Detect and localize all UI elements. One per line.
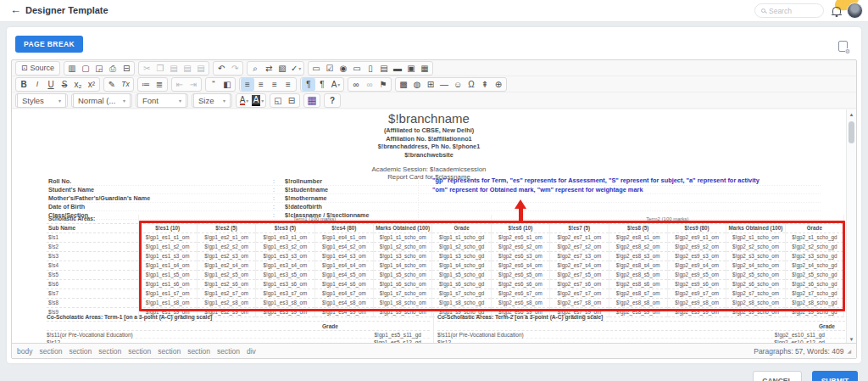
font-dropdown[interactable]: Font▾ bbox=[137, 93, 186, 108]
size-dropdown[interactable]: Size▾ bbox=[193, 93, 231, 108]
replace-icon[interactable]: ⇄ bbox=[262, 62, 275, 75]
subscript-icon[interactable]: x₂ bbox=[71, 78, 85, 91]
field-colon: : bbox=[273, 195, 285, 201]
numbered-list-icon[interactable]: ≔ bbox=[139, 78, 153, 91]
ltr-icon[interactable]: ¶ bbox=[302, 78, 315, 91]
path-element-section[interactable]: section bbox=[69, 347, 92, 356]
align-center-icon[interactable]: ≡ bbox=[254, 78, 268, 91]
branch-detail-line: (Affiliated to CBSE, New Delhi) bbox=[12, 126, 846, 135]
link-icon[interactable]: ∞ bbox=[349, 78, 363, 91]
image-icon[interactable]: ▩ bbox=[397, 78, 410, 91]
submit-button[interactable]: SUBMIT bbox=[812, 371, 858, 381]
horizontal-rule-icon[interactable]: ― bbox=[437, 78, 451, 91]
document-settings-icon[interactable] bbox=[838, 41, 848, 52]
show-blocks-icon[interactable]: ⊟ bbox=[285, 94, 298, 107]
search-input[interactable]: Search bbox=[754, 3, 824, 18]
format-dropdown[interactable]: Normal (...▾ bbox=[73, 93, 131, 108]
underline-icon[interactable]: U bbox=[44, 78, 58, 91]
table-icon[interactable]: ⊞ bbox=[424, 78, 437, 91]
remove-format-icon[interactable]: Tx bbox=[119, 78, 132, 91]
align-right-icon[interactable]: ≡ bbox=[268, 78, 281, 91]
page-break-icon[interactable]: ⇞ bbox=[478, 78, 492, 91]
path-element-body[interactable]: body bbox=[17, 347, 32, 356]
bg-color-button[interactable]: A bbox=[251, 94, 264, 107]
bold-icon[interactable]: B bbox=[17, 78, 31, 91]
select-all-icon[interactable]: ▧ bbox=[275, 62, 289, 75]
resize-grip-icon[interactable]: ◢ bbox=[847, 348, 851, 354]
superscript-icon[interactable]: x² bbox=[85, 78, 98, 91]
undo-icon[interactable]: ↶ bbox=[214, 62, 228, 75]
vertical-scrollbar[interactable]: ▲ ▼ bbox=[846, 109, 856, 345]
toolbar-group: BIUSx₂x² bbox=[15, 77, 100, 92]
templates-icon[interactable]: ⊟ bbox=[120, 62, 133, 75]
paste-from-word-icon[interactable]: ▤ bbox=[194, 62, 208, 75]
rtl-icon[interactable]: ¶ bbox=[315, 78, 329, 91]
italic-icon[interactable]: I bbox=[31, 78, 44, 91]
checkbox-icon[interactable]: ☑ bbox=[323, 62, 337, 75]
user-avatar[interactable] bbox=[847, 3, 863, 19]
notification-bell-icon[interactable] bbox=[832, 7, 841, 14]
path-element-div[interactable]: div bbox=[247, 347, 256, 356]
text-color-button[interactable]: A bbox=[237, 94, 251, 107]
save-icon[interactable]: ▥ bbox=[65, 62, 79, 75]
cut-icon[interactable]: ✂ bbox=[140, 62, 153, 75]
page-break-button[interactable]: PAGE BREAK bbox=[15, 36, 83, 53]
scrollbar-thumb[interactable] bbox=[849, 121, 854, 143]
spellcheck-icon[interactable]: ✓ bbox=[289, 62, 303, 75]
smiley-icon[interactable]: ☺ bbox=[451, 78, 465, 91]
paste-text-icon[interactable]: ▤ bbox=[181, 62, 194, 75]
insert-grid-icon[interactable]: ▦ bbox=[305, 94, 319, 107]
path-element-section[interactable]: section bbox=[158, 347, 181, 356]
button-icon[interactable]: ▬ bbox=[391, 62, 404, 75]
text-field-icon[interactable]: ▭ bbox=[350, 62, 364, 75]
column-header: Sub Name bbox=[47, 224, 138, 233]
back-arrow-icon[interactable]: ← bbox=[10, 3, 21, 16]
styles-dropdown[interactable]: Styles▾ bbox=[17, 93, 66, 108]
image-button-icon[interactable]: ▣ bbox=[404, 62, 418, 75]
toolbar-group: ↶↷ bbox=[213, 61, 243, 76]
bulleted-list-icon[interactable]: ≣ bbox=[153, 78, 166, 91]
blockquote-icon[interactable]: “ bbox=[207, 78, 220, 91]
special-char-icon[interactable]: Ω bbox=[465, 78, 478, 91]
textarea-icon[interactable]: ▯ bbox=[364, 62, 377, 75]
unlink-icon[interactable]: ∞ bbox=[363, 78, 376, 91]
red-arrow-annotation bbox=[514, 199, 527, 221]
div-container-icon[interactable]: ◧ bbox=[220, 78, 234, 91]
preview-icon[interactable]: ◲ bbox=[92, 62, 106, 75]
flash-icon[interactable]: ◍ bbox=[410, 78, 424, 91]
editor-content-area[interactable]: $!branchname (Affiliated to CBSE, New De… bbox=[12, 109, 856, 345]
maximize-icon[interactable]: ◱ bbox=[271, 94, 285, 107]
anchor-icon[interactable]: ⚑ bbox=[376, 78, 390, 91]
find-icon[interactable]: ⌕ bbox=[248, 62, 262, 75]
language-icon[interactable]: A bbox=[329, 78, 342, 91]
radio-icon[interactable]: ◉ bbox=[337, 62, 350, 75]
path-element-section[interactable]: section bbox=[187, 347, 210, 356]
path-element-section[interactable]: section bbox=[217, 347, 240, 356]
path-element-section[interactable]: section bbox=[128, 347, 151, 356]
toolbar-group: ⇤⇥ bbox=[171, 77, 202, 92]
path-element-section[interactable]: section bbox=[98, 347, 121, 356]
print-icon[interactable]: ⎙ bbox=[106, 62, 120, 75]
outdent-icon[interactable]: ⇤ bbox=[173, 78, 186, 91]
source-button[interactable]: ⊡Source bbox=[17, 64, 58, 72]
form-icon[interactable]: ▭ bbox=[309, 62, 323, 75]
toolbar-group: ▭☑◉▭▯▤▬▣▦ bbox=[308, 61, 433, 76]
indent-icon[interactable]: ⇥ bbox=[186, 78, 200, 91]
top-bar: ← Designer Template Search bbox=[0, 0, 868, 22]
about-icon[interactable]: ? bbox=[326, 94, 339, 107]
copy-icon[interactable]: ❐ bbox=[153, 62, 167, 75]
iframe-icon[interactable]: ⊕ bbox=[492, 78, 505, 91]
copy-formatting-icon[interactable]: ✎ bbox=[105, 78, 119, 91]
subject-placeholder: $!s7 bbox=[47, 289, 138, 299]
scroll-up-icon[interactable]: ▲ bbox=[847, 109, 856, 120]
paste-icon[interactable]: ▤ bbox=[167, 62, 181, 75]
strikethrough-icon[interactable]: S bbox=[58, 78, 71, 91]
cancel-button[interactable]: CANCEL bbox=[753, 371, 802, 381]
align-justify-icon[interactable]: ≡ bbox=[281, 78, 295, 91]
align-left-icon[interactable]: ≡ bbox=[241, 78, 254, 91]
select-field-icon[interactable]: ▤ bbox=[377, 62, 391, 75]
new-page-icon[interactable]: ▢ bbox=[79, 62, 92, 75]
redo-icon[interactable]: ↷ bbox=[228, 62, 242, 75]
hidden-field-icon[interactable]: ▦ bbox=[418, 62, 431, 75]
path-element-section[interactable]: section bbox=[39, 347, 62, 356]
